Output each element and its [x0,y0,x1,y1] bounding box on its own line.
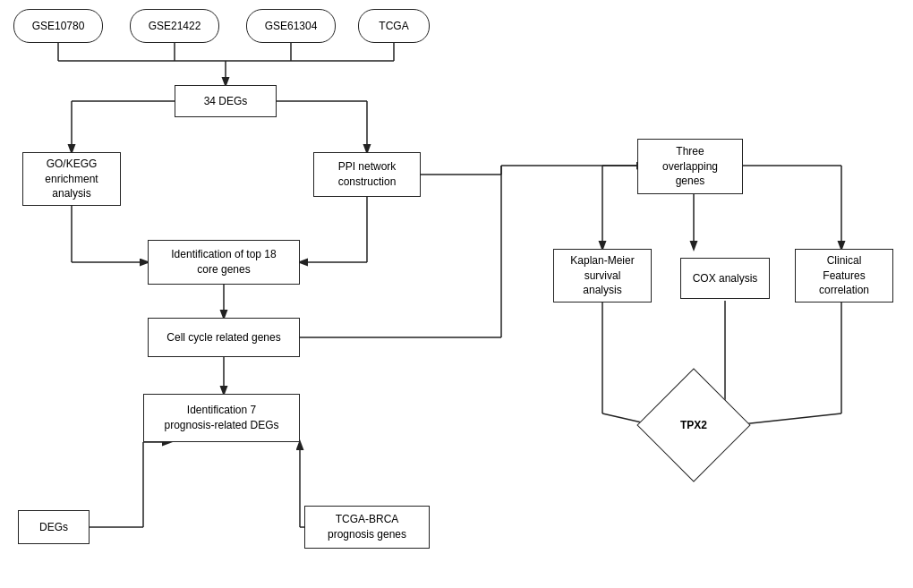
degs34-box: 34 DEGs [175,85,277,117]
gse61304-label: GSE61304 [265,19,318,34]
diagram: GSE10780 GSE21422 GSE61304 TCGA 34 DEGs … [0,0,913,588]
prog7-label: Identification 7 prognosis-related DEGs [164,403,278,433]
kaplan-box: Kaplan-Meier survival analysis [553,249,652,303]
ppi-box: PPI network construction [313,152,421,197]
top18-box: Identification of top 18 core genes [148,240,300,285]
ppi-label: PPI network construction [338,159,397,190]
tpx2-label: TPX2 [680,419,707,431]
gokegg-box: GO/KEGG enrichment analysis [22,152,121,206]
tcga-label: TCGA [379,19,408,34]
kaplan-label: Kaplan-Meier survival analysis [570,253,634,298]
tpx2-diamond-wrap: TPX2 [653,385,734,465]
cellcycle-label: Cell cycle related genes [166,330,280,345]
threeoverlap-box: Three overlapping genes [637,139,743,194]
gse21422-label: GSE21422 [149,19,201,34]
threeoverlap-label: Three overlapping genes [662,144,718,189]
tcgabrca-label: TCGA-BRCA prognosis genes [328,512,406,542]
cox-box: COX analysis [680,258,770,299]
cellcycle-box: Cell cycle related genes [148,318,300,357]
gse10780-label: GSE10780 [32,19,85,34]
tcgabrca-box: TCGA-BRCA prognosis genes [304,506,430,549]
top18-label: Identification of top 18 core genes [171,247,276,277]
clinical-label: Clinical Features correlation [819,253,869,298]
degsbox-label: DEGs [39,520,68,535]
tcga-box: TCGA [358,9,430,43]
prog7-box: Identification 7 prognosis-related DEGs [143,394,300,442]
gokegg-label: GO/KEGG enrichment analysis [45,157,98,201]
cox-label: COX analysis [693,271,758,286]
clinical-box: Clinical Features correlation [795,249,893,303]
gse61304-box: GSE61304 [246,9,336,43]
degs34-label: 34 DEGs [204,94,248,109]
degsbox-box: DEGs [18,510,90,544]
gse21422-box: GSE21422 [130,9,219,43]
gse10780-box: GSE10780 [13,9,103,43]
svg-line-36 [734,413,841,425]
